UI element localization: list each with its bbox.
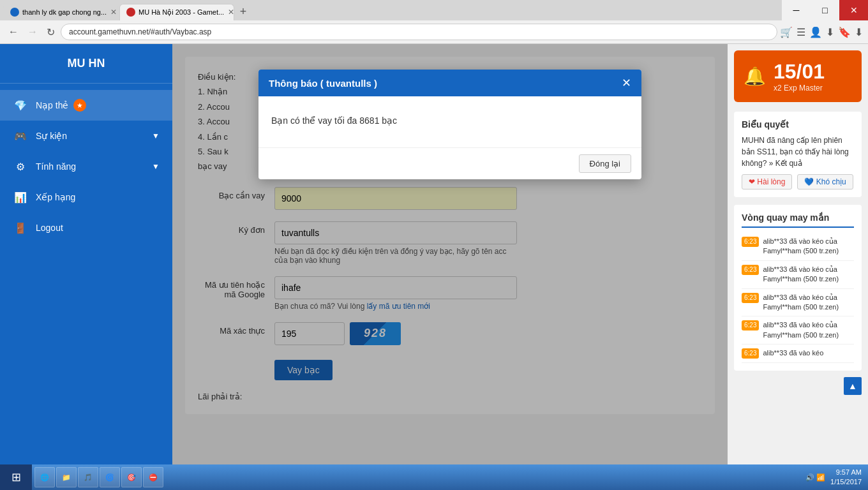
sidebar-item-logout[interactable]: 🚪 Logout [0, 212, 172, 243]
lucky-badge-3: 6:23 [742, 293, 759, 303]
list-item: 6:23 alib**33 đã vào kéo của Famyl**ham … [742, 316, 854, 345]
lucky-badge-1: 6:23 [742, 237, 759, 247]
taskbar-tray: 🔊 📶 9:57 AM 1/15/2017 [799, 468, 868, 487]
lucky-card: Vòng quay may mắn 6:23 alib**33 đã vào k… [734, 205, 862, 371]
settings-icon: ⚙ [13, 159, 28, 174]
list-item: 6:23 alib**33 đã vào kéo của Famyl**ham … [742, 289, 854, 317]
modal-x-button[interactable]: ✕ [622, 77, 631, 89]
poll-title: Biểu quyết [742, 119, 854, 130]
dong-lai-button[interactable]: Đóng lại [579, 154, 631, 173]
poll-actions: ❤ Hài lòng 💙 Khó chịu [742, 174, 854, 189]
modal-message: Bạn có thể vay tối đa 8681 bạc [271, 115, 629, 126]
poll-text: MUHN đã nâng cấp lên phiên bản SS11, bạn… [742, 135, 854, 169]
lucky-text-2: alib**33 đã vào kéo của Famyl**ham (500 … [763, 265, 854, 285]
browser-chrome: ─ □ ✕ thanh ly dk gap chong ng... ✕ MU H… [0, 0, 868, 44]
taskbar: ⊞ 🌐 📁 🎵 🌀 🎯 ⛔ 🔊 📶 9:57 AM 1/15/2017 [0, 464, 868, 490]
sidebar-tinh-nang-label: Tính năng [36, 161, 76, 172]
nav-icons: 🛒 ☰ 👤 ⬇ 🔖 ⬇ [780, 26, 863, 38]
modal-header: Thông báo ( tuvantulls ) ✕ [258, 70, 641, 96]
lucky-text-4: alib**33 đã vào kéo của Famyl**ham (500 … [763, 320, 854, 340]
taskbar-item-2[interactable]: 📁 [56, 467, 77, 487]
close-button[interactable]: ✕ [839, 0, 868, 20]
event-icon: 🎮 [13, 128, 28, 144]
tinh-nang-arrow: ▼ [152, 162, 160, 171]
lucky-badge-5: 6:23 [742, 348, 759, 359]
promo-label: x2 Exp Master [774, 84, 825, 93]
taskbar-items: 🌐 📁 🎵 🌀 🎯 ⛔ [32, 467, 799, 487]
main-layout: MU HN 💎 Nạp thẻ ★ 🎮 Sự kiện ▼ ⚙ Tính năn… [0, 44, 868, 465]
tab-1-label: thanh ly dk gap chong ng... [22, 8, 107, 16]
taskbar-item-5[interactable]: 🎯 [121, 467, 142, 487]
tab-2-close[interactable]: ✕ [228, 8, 234, 17]
lucky-text-5: alib**33 đã vào kéo [763, 348, 823, 358]
poll-sad-button[interactable]: 💙 Khó chịu [797, 174, 853, 189]
cart-icon[interactable]: 🛒 [780, 26, 793, 38]
right-panel: 🔔 15/01 x2 Exp Master Biểu quyết MUHN đã… [728, 44, 868, 465]
diamond-icon: 💎 [13, 98, 28, 113]
sidebar-nap-the-label: Nạp thẻ [36, 100, 68, 110]
ranking-icon: 📊 [13, 189, 28, 205]
promo-info: 15/01 x2 Exp Master [774, 60, 825, 93]
lucky-title: Vòng quay may mắn [742, 212, 854, 228]
filter-icon[interactable]: ☰ [797, 26, 805, 38]
sidebar-item-tinh-nang[interactable]: ⚙ Tính năng ▼ [0, 151, 172, 182]
content-area: Điều kiện: 1. Nhận 2. Accou 3. Accou 4. … [172, 44, 728, 465]
poll-card: Biểu quyết MUHN đã nâng cấp lên phiên bả… [734, 112, 862, 197]
nav-bar: ← → ↻ 🛒 ☰ 👤 ⬇ 🔖 ⬇ [0, 20, 868, 43]
tab-bar: ─ □ ✕ thanh ly dk gap chong ng... ✕ MU H… [0, 0, 868, 20]
logout-icon: 🚪 [13, 220, 28, 235]
sidebar-item-xep-hang[interactable]: 📊 Xếp hạng [0, 182, 172, 212]
taskbar-time: 9:57 AM 1/15/2017 [830, 468, 862, 487]
sidebar-xep-hang-label: Xếp hạng [36, 192, 75, 202]
sidebar-logo: MU HN [0, 50, 172, 84]
promo-card: 🔔 15/01 x2 Exp Master [734, 50, 862, 102]
promo-icon: 🔔 [744, 66, 766, 87]
sidebar: MU HN 💎 Nạp thẻ ★ 🎮 Sự kiện ▼ ⚙ Tính năn… [0, 44, 172, 465]
bookmark-icon[interactable]: 🔖 [838, 26, 851, 38]
reload-button[interactable]: ↻ [43, 25, 58, 40]
maximize-button[interactable]: □ [811, 0, 839, 20]
taskbar-item-6[interactable]: ⛔ [143, 467, 163, 487]
lucky-badge-2: 6:23 [742, 265, 759, 275]
taskbar-item-4[interactable]: 🌀 [100, 467, 120, 487]
sidebar-item-su-kien[interactable]: 🎮 Sự kiện ▼ [0, 121, 172, 151]
tray-icons: 🔊 📶 [805, 473, 825, 482]
list-item: 6:23 alib**33 đã vào kéo [742, 345, 854, 363]
lucky-text-1: alib**33 đã vào kéo của Famyl**ham (500 … [763, 237, 854, 256]
modal-overlay: Thông báo ( tuvantulls ) ✕ Bạn có thể va… [172, 44, 728, 465]
poll-love-button[interactable]: ❤ Hài lòng [742, 174, 792, 189]
download-icon[interactable]: ⬇ [855, 26, 863, 38]
tab-1[interactable]: thanh ly dk gap chong ng... ✕ [3, 4, 118, 20]
forward-button[interactable]: → [24, 25, 41, 39]
modal-footer: Đóng lại [258, 147, 641, 179]
modal: Thông báo ( tuvantulls ) ✕ Bạn có thể va… [258, 70, 641, 179]
window-controls: ─ □ ✕ [782, 0, 868, 20]
back-button[interactable]: ← [5, 25, 22, 39]
user-icon[interactable]: 👤 [809, 26, 822, 38]
modal-body: Bạn có thể vay tối đa 8681 bạc [258, 96, 641, 147]
tab-1-close[interactable]: ✕ [110, 8, 117, 17]
taskbar-item-1[interactable]: 🌐 [34, 467, 55, 487]
minimize-button[interactable]: ─ [782, 0, 811, 20]
sidebar-logout-label: Logout [36, 223, 63, 233]
list-item: 6:23 alib**33 đã vào kéo của Famyl**ham … [742, 233, 854, 261]
scroll-to-top-button[interactable]: ▲ [844, 377, 862, 395]
taskbar-item-3[interactable]: 🎵 [78, 467, 98, 487]
tab-1-favicon [10, 8, 19, 17]
list-item: 6:23 alib**33 đã vào kéo của Famyl**ham … [742, 261, 854, 289]
promo-date: 15/01 [774, 60, 825, 84]
add-tab-button[interactable]: + [236, 4, 251, 20]
arrow-down-icon[interactable]: ⬇ [826, 26, 834, 38]
tab-2[interactable]: MU Hà Nội 2003 - Gamet... ✕ [119, 4, 234, 20]
start-button[interactable]: ⊞ [0, 464, 32, 490]
modal-title: Thông báo ( tuvantulls ) [269, 78, 377, 89]
sidebar-item-nap-the[interactable]: 💎 Nạp thẻ ★ [0, 90, 172, 121]
address-bar[interactable] [61, 24, 777, 40]
sidebar-su-kien-label: Sự kiện [36, 131, 67, 141]
tab-2-favicon [126, 8, 135, 17]
tab-2-label: MU Hà Nội 2003 - Gamet... [138, 8, 224, 17]
lucky-text-3: alib**33 đã vào kéo của Famyl**ham (500 … [763, 293, 854, 313]
su-kien-arrow: ▼ [152, 131, 160, 140]
lucky-badge-4: 6:23 [742, 320, 759, 330]
nap-the-badge: ★ [73, 99, 86, 112]
